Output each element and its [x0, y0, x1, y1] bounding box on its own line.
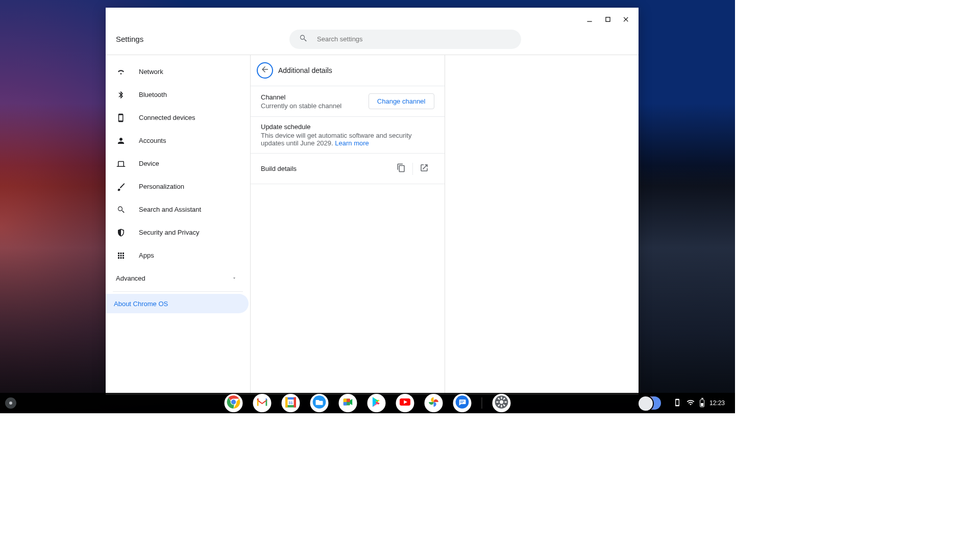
row-update-schedule: Update schedule This device will get aut… — [251, 117, 445, 154]
shelf-app-files[interactable] — [310, 394, 329, 412]
window-minimize-button[interactable] — [581, 11, 598, 28]
status-area[interactable]: 12:23 — [668, 396, 730, 410]
sidebar-item-device[interactable]: Device — [106, 152, 250, 175]
apps-grid-icon — [116, 251, 126, 260]
calendar-icon: 31 — [284, 395, 298, 412]
sidebar-advanced-toggle[interactable]: Advanced — [106, 267, 250, 289]
brush-icon — [116, 182, 126, 191]
sidebar-item-about-chrome-os[interactable]: About Chrome OS — [106, 294, 249, 313]
launcher-button[interactable] — [5, 397, 16, 409]
sidebar-item-label: Connected devices — [139, 114, 195, 121]
messages-icon — [455, 395, 470, 412]
sidebar-item-search-assistant[interactable]: Search and Assistant — [106, 198, 250, 221]
change-channel-button[interactable]: Change channel — [369, 93, 434, 109]
open-in-new-icon — [420, 163, 429, 174]
photos-icon — [427, 395, 441, 412]
open-build-details-button[interactable] — [414, 161, 434, 177]
sidebar-divider — [113, 291, 243, 292]
settings-header: Settings — [106, 31, 639, 55]
shelf-app-messages[interactable] — [453, 394, 472, 412]
svg-rect-21 — [501, 405, 502, 407]
shelf-app-gmail[interactable] — [253, 394, 272, 412]
copy-build-details-button[interactable] — [391, 161, 411, 177]
sidebar-item-label: Network — [139, 68, 163, 76]
chrome-icon — [227, 395, 241, 412]
sidebar-item-connected-devices[interactable]: Connected devices — [106, 106, 250, 129]
window-maximize-button[interactable] — [600, 11, 616, 28]
files-icon — [312, 395, 327, 412]
sidebar-item-label: Bluetooth — [139, 91, 167, 98]
sidebar-item-label: Apps — [139, 252, 154, 259]
row-build-title: Build details — [261, 165, 384, 172]
account-avatar[interactable] — [639, 396, 661, 410]
sidebar-item-label: About Chrome OS — [114, 300, 168, 308]
settings-content: Additional details Channel Currently on … — [250, 55, 445, 395]
shelf-app-meet[interactable] — [339, 394, 357, 412]
icon-separator — [412, 163, 413, 175]
row-channel-subtitle: Currently on stable channel — [261, 102, 361, 110]
shelf-app-row: 31 — [225, 394, 511, 412]
content-header: Additional details — [251, 55, 445, 86]
sidebar-advanced-label: Advanced — [116, 274, 145, 282]
person-icon — [116, 136, 126, 145]
back-button[interactable] — [257, 62, 273, 79]
svg-rect-20 — [501, 396, 502, 399]
youtube-icon — [398, 395, 412, 412]
phone-icon — [116, 113, 126, 122]
row-channel: Channel Currently on stable channel Chan… — [251, 86, 445, 117]
shelf-app-chrome[interactable] — [225, 394, 243, 412]
sidebar-item-network[interactable]: Network — [106, 60, 250, 83]
sidebar-item-label: Security and Privacy — [139, 229, 200, 236]
meet-icon — [341, 395, 355, 411]
arrow-back-icon — [260, 65, 270, 76]
svg-rect-9 — [293, 397, 296, 407]
svg-rect-17 — [460, 402, 463, 403]
sidebar-item-bluetooth[interactable]: Bluetooth — [106, 83, 250, 106]
sidebar-item-accounts[interactable]: Accounts — [106, 129, 250, 152]
page-title: Additional details — [278, 66, 332, 74]
desktop-wallpaper: Settings Network Bluetooth Connecte — [0, 0, 735, 413]
sidebar-item-label: Search and Assistant — [139, 206, 201, 213]
settings-icon — [495, 395, 509, 412]
shelf-app-calendar[interactable]: 31 — [282, 394, 300, 412]
svg-text:31: 31 — [288, 400, 292, 405]
search-icon — [116, 205, 126, 214]
wifi-icon — [116, 67, 126, 77]
window-close-button[interactable] — [618, 11, 634, 28]
sidebar-item-label: Personalization — [139, 183, 184, 190]
shelf-app-photos[interactable] — [425, 394, 443, 412]
svg-rect-4 — [257, 398, 267, 406]
gmail-icon — [256, 395, 269, 411]
app-title: Settings — [116, 35, 289, 43]
sidebar-item-personalization[interactable]: Personalization — [106, 175, 250, 198]
chevron-down-icon — [232, 274, 237, 282]
settings-window: Settings Network Bluetooth Connecte — [106, 8, 639, 395]
window-titlebar — [106, 8, 639, 31]
phone-hub-icon — [673, 398, 681, 408]
shelf-app-settings[interactable] — [493, 394, 511, 412]
battery-status-icon — [700, 399, 704, 407]
shelf-app-play-store[interactable] — [368, 394, 386, 412]
shield-icon — [116, 228, 126, 237]
settings-sidebar: Network Bluetooth Connected devices Acco… — [106, 55, 250, 395]
launcher-icon — [9, 402, 12, 405]
row-channel-title: Channel — [261, 93, 361, 101]
bluetooth-icon — [116, 90, 126, 99]
search-input[interactable] — [317, 35, 512, 43]
sidebar-item-label: Device — [139, 160, 159, 167]
svg-rect-8 — [285, 397, 288, 407]
copy-icon — [397, 163, 406, 174]
shelf-app-youtube[interactable] — [396, 394, 414, 412]
sidebar-item-security-privacy[interactable]: Security and Privacy — [106, 221, 250, 244]
shelf: 31 12:23 — [0, 393, 735, 413]
search-box[interactable] — [289, 30, 521, 49]
clock-text: 12:23 — [709, 399, 725, 407]
sidebar-item-label: Accounts — [139, 137, 166, 144]
svg-rect-23 — [504, 401, 507, 402]
learn-more-link[interactable]: Learn more — [335, 139, 369, 147]
system-tray[interactable]: 12:23 — [639, 396, 730, 410]
play-store-icon — [370, 395, 383, 411]
sidebar-item-apps[interactable]: Apps — [106, 244, 250, 267]
svg-rect-16 — [460, 400, 464, 401]
row-update-subtitle: This device will get automatic software … — [261, 132, 434, 147]
